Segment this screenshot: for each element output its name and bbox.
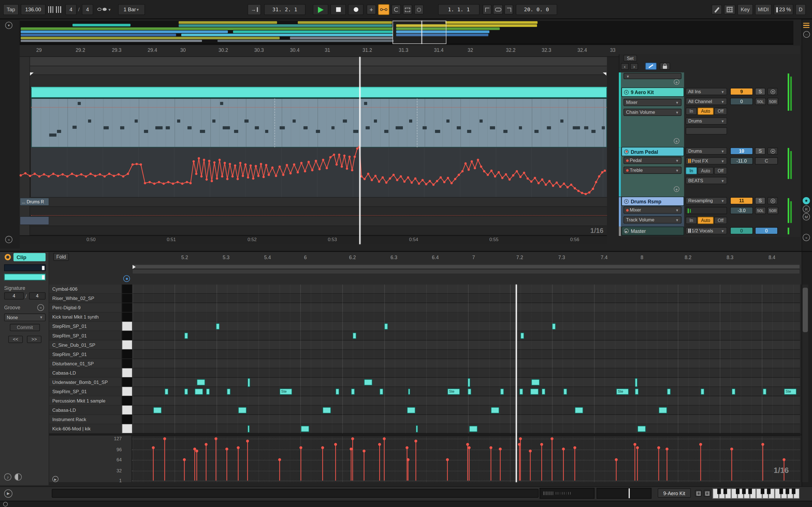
automation-breakpoint[interactable] xyxy=(410,181,413,184)
automation-breakpoint[interactable] xyxy=(454,178,456,180)
automation-breakpoint[interactable] xyxy=(262,176,265,178)
automation-param-chooser[interactable]: Track Volume▼ xyxy=(623,216,681,224)
midi-row-name[interactable]: Perc-Digital-9 xyxy=(49,303,132,313)
arrangement-grid-value[interactable]: 1/16 xyxy=(591,226,603,234)
automation-breakpoint[interactable] xyxy=(216,177,218,180)
automation-breakpoint[interactable] xyxy=(172,182,174,185)
cue-volume-field[interactable]: 0 xyxy=(730,227,753,234)
black-key[interactable] xyxy=(723,489,727,494)
automation-breakpoint[interactable] xyxy=(494,175,496,177)
track-header-drum-pedal[interactable]: Drum Pedal xyxy=(621,147,684,156)
black-key[interactable] xyxy=(748,489,752,494)
midi-row-name[interactable]: StepRim_SP_01 xyxy=(49,350,132,359)
fold-track-icon[interactable] xyxy=(624,149,629,154)
clip-sig-denominator[interactable]: 4 xyxy=(29,292,46,300)
velocity-stems[interactable] xyxy=(132,435,800,483)
velocity-handle[interactable] xyxy=(783,458,785,461)
automation-breakpoint[interactable] xyxy=(396,179,398,181)
device-chooser[interactable]: Mixer▼ xyxy=(623,99,681,106)
midi-note[interactable] xyxy=(301,426,309,432)
midi-map-button[interactable]: MIDI xyxy=(755,4,772,15)
device-title-bar[interactable]: 9-Aero Kit xyxy=(658,489,691,498)
key-swatch[interactable] xyxy=(122,303,132,312)
track-row[interactable] xyxy=(30,226,607,235)
automation-breakpoint[interactable] xyxy=(592,187,594,190)
note-tools-button[interactable]: ♪ xyxy=(4,473,11,481)
nudge-back-button[interactable]: << xyxy=(8,336,22,343)
capture-midi-button[interactable]: + xyxy=(366,5,376,15)
key-map-button[interactable]: Key xyxy=(738,4,753,15)
automation-breakpoint[interactable] xyxy=(501,177,504,179)
loop-marker-left-icon[interactable] xyxy=(30,72,34,75)
midi-note[interactable]: Ste xyxy=(280,388,292,395)
midi-note[interactable] xyxy=(227,388,231,395)
automation-breakpoint[interactable] xyxy=(132,163,134,166)
scroll-lock-button[interactable] xyxy=(123,275,130,282)
midi-note[interactable] xyxy=(195,388,203,395)
automation-breakpoint[interactable] xyxy=(349,156,351,158)
velocity-handle[interactable] xyxy=(237,446,240,449)
velocity-handle[interactable] xyxy=(466,443,469,446)
track-header-aero-kit[interactable]: ▼9 Aero Kit xyxy=(621,87,684,97)
velocity-handle[interactable] xyxy=(321,446,324,449)
automation-breakpoint[interactable] xyxy=(407,176,409,179)
key-swatch[interactable] xyxy=(122,415,132,424)
clip-color-bar[interactable] xyxy=(4,274,46,281)
automation-breakpoint[interactable] xyxy=(198,157,200,159)
automation-breakpoint[interactable] xyxy=(38,175,41,177)
solo-button[interactable]: S xyxy=(755,197,765,205)
automation-breakpoint[interactable] xyxy=(286,164,288,166)
add-automation-lane-button[interactable]: + xyxy=(674,186,679,192)
computer-midi-keyboard-button[interactable] xyxy=(724,5,735,15)
lock-envelopes-button[interactable] xyxy=(660,62,670,70)
automation-breakpoint[interactable] xyxy=(200,175,202,177)
velocity-handle[interactable] xyxy=(214,437,217,440)
automation-breakpoint[interactable] xyxy=(378,180,380,183)
automation-breakpoint[interactable] xyxy=(464,162,467,165)
automation-breakpoint[interactable] xyxy=(278,165,281,168)
loop-start-marker-icon[interactable] xyxy=(133,265,136,269)
fold-button[interactable]: Fold xyxy=(53,253,69,261)
next-locator-button[interactable]: › xyxy=(630,63,638,70)
automation-breakpoint[interactable] xyxy=(221,175,223,177)
automation-breakpoint[interactable] xyxy=(89,173,92,175)
automation-breakpoint[interactable] xyxy=(421,179,424,181)
automation-breakpoint[interactable] xyxy=(127,173,129,175)
input-channel-chooser[interactable]: All Channel▼ xyxy=(686,98,727,105)
device-list-view-icon[interactable] xyxy=(695,490,702,497)
key-swatch[interactable] xyxy=(122,369,132,377)
track-name-chip[interactable] xyxy=(20,216,49,225)
automation-breakpoint[interactable] xyxy=(559,186,561,188)
midi-note[interactable]: Ste xyxy=(448,388,460,395)
clip-activator-icon[interactable] xyxy=(42,275,45,279)
draw-mode-button[interactable] xyxy=(403,5,412,15)
clip-activator-icon[interactable] xyxy=(42,266,45,270)
automation-breakpoint[interactable] xyxy=(371,179,373,181)
midi-note[interactable] xyxy=(542,388,545,395)
track-activator-button[interactable] xyxy=(767,147,778,155)
automation-breakpoint[interactable] xyxy=(315,160,317,162)
automation-breakpoint[interactable] xyxy=(300,162,303,164)
automation-breakpoint[interactable] xyxy=(229,163,231,165)
automation-breakpoint[interactable] xyxy=(425,183,427,185)
midi-note[interactable] xyxy=(216,323,220,330)
automation-breakpoint[interactable] xyxy=(516,170,518,172)
midi-row-name[interactable]: Kick tonal Mkit 1 synth xyxy=(49,313,132,322)
velocity-handle[interactable] xyxy=(152,446,155,449)
automation-breakpoint[interactable] xyxy=(563,182,565,185)
track-activator-button[interactable] xyxy=(767,88,778,95)
automation-breakpoint[interactable] xyxy=(541,178,543,180)
time-signature-denominator[interactable]: 4 xyxy=(82,4,93,15)
automation-breakpoint[interactable] xyxy=(293,163,295,166)
track-row[interactable] xyxy=(30,198,607,207)
solo-button[interactable]: S xyxy=(755,88,765,95)
pan-left-field[interactable]: 50L xyxy=(755,207,766,214)
midi-overdub-button[interactable] xyxy=(378,4,389,15)
automation-breakpoint[interactable] xyxy=(211,180,213,182)
output-type-chooser[interactable]: Drums▼ xyxy=(686,117,727,125)
key-swatch[interactable] xyxy=(122,406,132,414)
nudge-forward-button[interactable]: >> xyxy=(27,336,42,343)
track-row[interactable] xyxy=(30,207,607,216)
monitor-off-button[interactable]: Off xyxy=(714,167,727,174)
midi-row-name[interactable]: StepRim_SP_01 xyxy=(49,331,132,341)
